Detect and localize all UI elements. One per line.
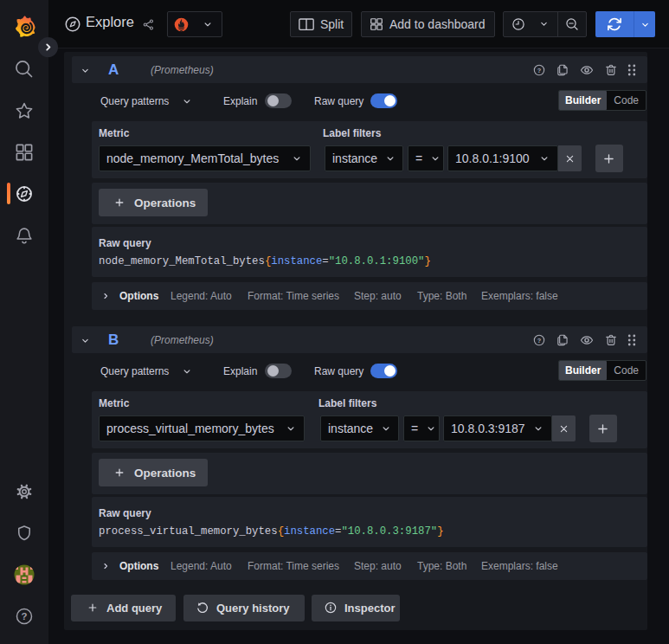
svg-text:?: ? [537,67,542,74]
svg-text:?: ? [22,611,28,621]
svg-text:?: ? [537,337,542,345]
